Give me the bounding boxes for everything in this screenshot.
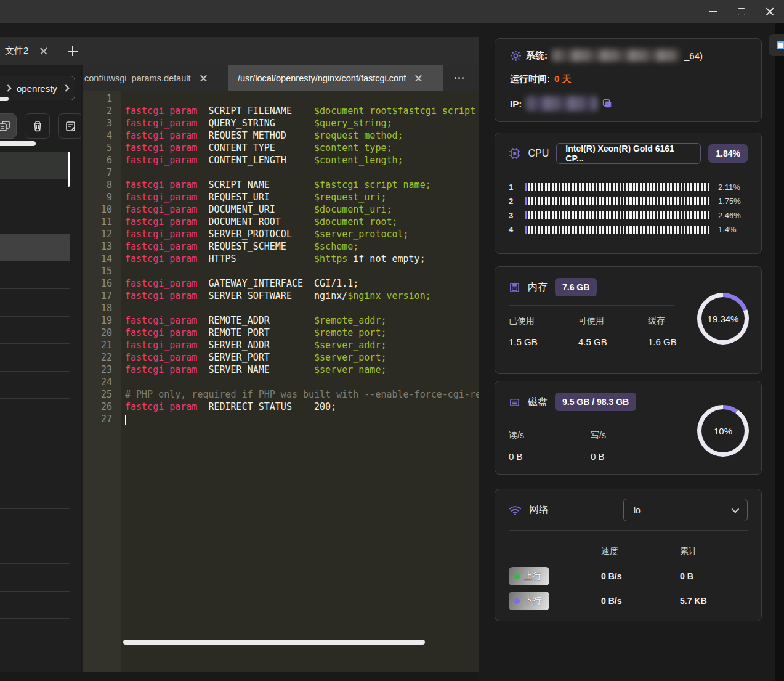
system-value-suffix: _64): [684, 51, 703, 61]
total-column-header: 累计: [680, 546, 697, 557]
file-list-item[interactable]: [0, 234, 70, 262]
code-line: 8fastcgi_param SCRIPT_NAME $fastcgi_scri…: [83, 179, 479, 191]
direction-tag: 下行: [509, 592, 549, 610]
editor-tab-uwsgi[interactable]: conf/uwsgi_params.default: [83, 65, 223, 91]
file-list-item[interactable]: [0, 646, 70, 672]
file-list-item[interactable]: [0, 206, 70, 234]
copy-button[interactable]: [0, 113, 17, 139]
stat-value: 1.5 GB: [509, 336, 578, 347]
line-number: 15: [83, 265, 121, 277]
edge-panel-button[interactable]: [769, 34, 784, 56]
core-usage-bar: [525, 183, 709, 191]
file-list-item[interactable]: [0, 426, 70, 454]
code-line: 16fastcgi_param GATEWAY_INTERFACE CGI/1.…: [83, 277, 479, 290]
divider: [509, 173, 748, 173]
line-number: 8: [83, 179, 121, 191]
line-number: 23: [83, 364, 121, 376]
code-line: 7: [83, 166, 479, 179]
file-list-item[interactable]: [0, 481, 70, 509]
cpu-model[interactable]: Intel(R) Xeon(R) Gold 6161 CP...: [556, 143, 701, 164]
close-button[interactable]: [756, 0, 784, 23]
network-label: 网络: [529, 504, 549, 516]
code-line: 11fastcgi_param DOCUMENT_ROOT $document_…: [83, 216, 479, 228]
core-usage-value: 1.4%: [718, 225, 737, 234]
stat-column: 读/s0 B: [509, 430, 591, 462]
code-line: 10fastcgi_param DOCUMENT_URI $document_u…: [83, 203, 479, 216]
copy-ip-icon[interactable]: [602, 98, 613, 109]
file-list-item[interactable]: [0, 372, 70, 399]
code-area[interactable]: 12fastcgi_param SCRIPT_FILENAME $documen…: [83, 91, 479, 672]
disk-icon: [509, 396, 520, 408]
code-editor: conf/uwsgi_params.default /usr/local/ope…: [83, 65, 479, 672]
editor-tab-fastcgi[interactable]: /usr/local/openresty/nginx/conf/fastcgi.…: [228, 65, 443, 91]
breadcrumb-current[interactable]: openresty: [17, 83, 57, 94]
edit-icon: [65, 120, 77, 133]
core-usage-value: 1.75%: [718, 197, 741, 206]
file-list-item[interactable]: [0, 152, 70, 179]
file-list-item[interactable]: [0, 261, 70, 289]
code-line: 2fastcgi_param SCRIPT_FILENAME $document…: [83, 105, 479, 117]
stat-label: 写/s: [591, 430, 673, 441]
file-list-item[interactable]: [0, 344, 70, 372]
code-line: 27: [83, 413, 479, 425]
line-number: 6: [83, 154, 121, 166]
network-header-row: 速度 累计: [509, 539, 748, 564]
file-list-item[interactable]: [0, 592, 70, 619]
file-list-item[interactable]: [0, 509, 70, 537]
cpu-core-row: 32.46%: [509, 211, 748, 219]
delete-button[interactable]: [25, 113, 50, 139]
list-scrollbar-thumb[interactable]: [68, 152, 70, 187]
ip-value-redacted: [526, 96, 597, 111]
minimize-button[interactable]: [699, 0, 727, 23]
file-list-item[interactable]: [0, 317, 70, 345]
stat-column: 可使用4.5 GB: [578, 316, 648, 347]
bottom-strip: [0, 672, 479, 681]
tab-close-icon[interactable]: [200, 75, 207, 82]
interface-select[interactable]: lo: [623, 499, 748, 521]
file-list-item[interactable]: [0, 536, 70, 564]
speed-value: 0 B/s: [601, 571, 680, 581]
file-list-item[interactable]: [0, 399, 70, 426]
file-list-item[interactable]: [0, 289, 70, 317]
network-row: 上行0 B/s0 B: [509, 564, 748, 589]
speed-value: 0 B/s: [601, 596, 680, 606]
core-id: 1: [509, 182, 525, 192]
file-list-item[interactable]: [0, 564, 70, 592]
code-line: 20fastcgi_param REMOTE_PORT $remote_port…: [83, 327, 479, 339]
file-list-item[interactable]: [0, 454, 70, 482]
code-line: 13fastcgi_param REQUEST_SCHEME $scheme;: [83, 240, 479, 253]
code-line: 12fastcgi_param SERVER_PROTOCOL $server_…: [83, 228, 479, 240]
file-list-item[interactable]: [0, 179, 70, 207]
line-number: 25: [83, 388, 121, 401]
more-tabs-button[interactable]: [455, 77, 464, 79]
tab-files[interactable]: 文件2: [5, 45, 28, 57]
wifi-icon: [509, 505, 522, 516]
code-line: 19fastcgi_param REMOTE_ADDR $remote_addr…: [83, 314, 479, 327]
core-id: 4: [509, 225, 525, 234]
network-row: 下行0 B/s5.7 KB: [509, 589, 748, 613]
file-list-item[interactable]: [0, 619, 70, 646]
editor-tab-label: /usr/local/openresty/nginx/conf/fastcgi.…: [238, 73, 406, 83]
core-usage-bar: [525, 197, 709, 205]
code-line: 23fastcgi_param SERVER_NAME $server_name…: [83, 364, 479, 376]
cpu-core-row: 21.75%: [509, 197, 748, 205]
memory-label: 内存: [528, 281, 548, 294]
stat-value: 0 B: [591, 451, 673, 462]
copy-icon: [0, 120, 10, 133]
code-line: 4fastcgi_param REQUEST_METHOD $request_m…: [83, 129, 479, 142]
core-usage-bar: [525, 211, 709, 219]
toolbar-scrollbar[interactable]: [0, 141, 36, 146]
tab-close-icon[interactable]: [39, 47, 48, 55]
monitor-panel: 系统: _64) 运行时间: 0 天 IP:: [479, 23, 775, 681]
edit-button[interactable]: [58, 113, 81, 139]
system-card: 系统: _64) 运行时间: 0 天 IP:: [495, 38, 762, 122]
maximize-button[interactable]: [727, 0, 756, 23]
tab-close-icon[interactable]: [414, 75, 422, 82]
divider: [509, 305, 674, 306]
line-number: 22: [83, 351, 121, 364]
new-tab-button[interactable]: [68, 46, 78, 56]
breadcrumb-scrollbar[interactable]: [0, 97, 9, 101]
breadcrumb[interactable]: openresty: [0, 76, 75, 100]
interface-value: lo: [634, 505, 641, 515]
editor-hscrollbar[interactable]: [123, 640, 425, 645]
